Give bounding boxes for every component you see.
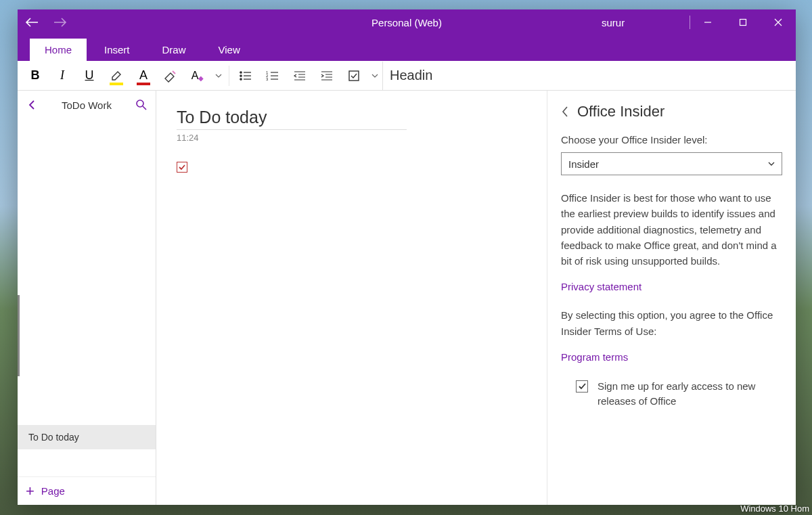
page-list: To Do today <box>18 119 156 476</box>
svg-text:3: 3 <box>266 77 269 81</box>
select-value: Insider <box>568 158 599 170</box>
window-controls <box>690 9 796 35</box>
svg-point-8 <box>137 100 143 107</box>
svg-rect-0 <box>740 20 746 26</box>
tab-draw[interactable]: Draw <box>148 39 201 61</box>
note-title[interactable]: To Do today <box>177 106 407 130</box>
bold-button[interactable]: B <box>22 62 49 89</box>
ribbon: B I U A A◆ 123 <box>18 61 796 91</box>
add-page-label: Page <box>41 485 65 497</box>
note-body[interactable] <box>177 162 526 174</box>
privacy-link[interactable]: Privacy statement <box>561 281 782 292</box>
content-area: ToDo Work To Do today + Page To Do today… <box>18 91 796 505</box>
outdent-button[interactable] <box>286 62 313 89</box>
paragraph-more-button[interactable] <box>367 74 382 78</box>
italic-button[interactable]: I <box>49 62 76 89</box>
scrollbar-thumb[interactable] <box>18 295 20 376</box>
sidebar-header: ToDo Work <box>18 91 156 119</box>
page-sidebar: ToDo Work To Do today + Page <box>18 91 156 505</box>
titlebar: Personal (Web) surur <box>18 9 796 35</box>
window-title: Personal (Web) <box>371 17 442 28</box>
office-insider-panel: Office Insider Choose your Office Inside… <box>547 91 796 505</box>
agree-text: By selecting this option, you agree to t… <box>561 307 782 339</box>
clear-formatting-button[interactable] <box>157 62 184 89</box>
font-more-button[interactable] <box>211 74 226 78</box>
ribbon-tabs: Home Insert Draw View <box>18 35 796 61</box>
tab-insert[interactable]: Insert <box>89 39 145 61</box>
minimize-button[interactable] <box>690 9 725 35</box>
bullets-button[interactable] <box>232 62 259 89</box>
signup-label: Sign me up for early access to new relea… <box>597 379 782 409</box>
tab-home[interactable]: Home <box>30 39 87 61</box>
highlight-button[interactable] <box>103 62 130 89</box>
note-editor[interactable]: To Do today 11:24 <box>156 91 547 505</box>
svg-point-3 <box>240 78 242 79</box>
underline-button[interactable]: U <box>76 62 103 89</box>
add-page-button[interactable]: + Page <box>18 476 156 505</box>
font-color-button[interactable]: A <box>130 62 157 89</box>
note-timestamp: 11:24 <box>177 133 526 143</box>
signup-checkbox[interactable] <box>576 380 588 393</box>
svg-point-2 <box>240 74 242 76</box>
section-title[interactable]: ToDo Work <box>42 99 131 111</box>
maximize-button[interactable] <box>725 9 761 35</box>
forward-button[interactable] <box>46 9 74 35</box>
todo-tag-button[interactable] <box>340 62 367 89</box>
desktop-watermark: Windows 10 Hom <box>740 503 809 514</box>
svg-point-1 <box>240 71 242 72</box>
tab-view[interactable]: View <box>204 39 255 61</box>
insider-description: Office Insider is best for those who wan… <box>561 190 782 269</box>
chevron-down-icon <box>768 162 775 166</box>
user-name[interactable]: surur <box>602 17 690 28</box>
page-item[interactable]: To Do today <box>18 425 156 449</box>
insider-level-label: Choose your Office Insider level: <box>561 134 782 145</box>
numbering-button[interactable]: 123 <box>259 62 286 89</box>
panel-back-button[interactable] <box>561 106 569 118</box>
sidebar-back-button[interactable] <box>22 99 42 110</box>
separator <box>229 66 229 86</box>
back-button[interactable] <box>18 9 46 35</box>
font-style-button[interactable]: A◆ <box>184 62 211 89</box>
search-button[interactable] <box>131 99 152 111</box>
plus-icon: + <box>26 483 35 500</box>
panel-title: Office Insider <box>577 103 664 120</box>
indent-button[interactable] <box>313 62 340 89</box>
insider-level-select[interactable]: Insider <box>561 152 782 175</box>
program-terms-link[interactable]: Program terms <box>561 351 782 363</box>
style-selector[interactable]: Headin <box>382 62 436 90</box>
svg-rect-7 <box>349 71 359 81</box>
close-button[interactable] <box>761 9 796 35</box>
app-window: Personal (Web) surur Home Insert Draw Vi… <box>18 9 796 505</box>
todo-checkbox[interactable] <box>177 162 187 173</box>
